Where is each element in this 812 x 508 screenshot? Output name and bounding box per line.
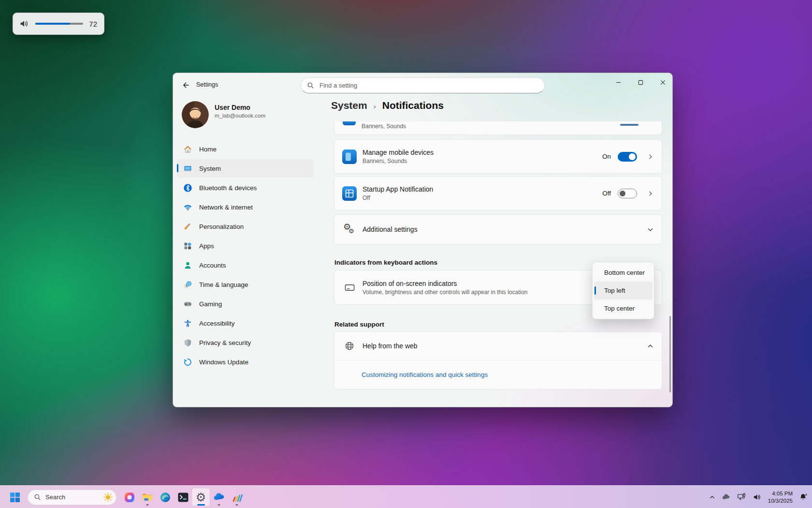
sidebar-item-accounts[interactable]: Accounts [177,256,314,274]
dropdown-option-bottom-center[interactable]: Bottom center [594,264,652,282]
sidebar-item-system[interactable]: System [177,159,314,178]
scrollbar-thumb[interactable] [669,316,671,392]
back-button[interactable] [182,81,190,90]
help-card: Help from the web Customizing notificati… [334,331,662,389]
taskbar-settings-button[interactable]: ⚙ [192,488,210,506]
running-indicator [146,504,148,506]
sidebar-item-label: Accounts [199,262,226,269]
network-icon [183,202,192,212]
back-arrow-icon [182,81,189,89]
volume-slider[interactable] [35,23,83,25]
position-indicator-icon [342,280,357,295]
terminal-icon [177,492,189,503]
dropdown-option-top-center[interactable]: Top center [594,299,652,317]
tray-cloud-icon[interactable] [722,493,731,502]
svg-text:z: z [805,493,807,496]
notification-bell-button[interactable]: z [799,493,808,502]
tray-volume-icon[interactable] [753,493,762,502]
taskbar-copilot-button[interactable] [120,488,138,506]
settings-window: Settings User Demo m_lab@outlook.com Hom… [173,73,673,407]
time-language-icon [183,280,192,289]
sidebar-item-home[interactable]: Home [177,140,314,158]
chevron-up-icon[interactable] [647,343,653,349]
accounts-icon [183,260,192,270]
sidebar-item-windows-update[interactable]: Windows Update [177,353,314,371]
breadcrumb-parent[interactable]: System [331,100,367,111]
volume-speaker-icon [19,18,29,29]
sun-emoji-icon [103,492,113,502]
sidebar-item-network-internet[interactable]: Network & internet [177,198,314,216]
toggle-knob [629,153,636,160]
sidebar-item-apps[interactable]: Apps [177,237,314,255]
additional-settings-row[interactable]: ⚙⚙ Additional settings [334,214,662,244]
taskbar-edge-button[interactable] [156,488,174,506]
edge-icon [160,492,171,503]
stripes-app-icon [231,492,243,503]
window-title: Settings [196,81,218,88]
ethernet-icon[interactable] [737,493,746,502]
position-dropdown-menu: Bottom center Top left Top center [592,262,654,319]
dropdown-option-top-left[interactable]: Top left [594,282,652,299]
breadcrumb-chevron-icon: › [374,102,376,110]
start-icon [10,492,20,503]
personalization-icon [183,222,192,231]
search-icon [34,493,41,501]
taskbar-pinned-apps: ⚙ [120,488,246,506]
sidebar-item-personalization[interactable]: Personalization [177,217,314,236]
taskbar-clock[interactable]: 4:05 PM 10/3/2025 [768,490,793,505]
sidebar-item-label: Privacy & security [199,339,251,346]
gaming-icon [183,299,192,309]
toggle-switch[interactable] [618,152,637,162]
sidebar-item-label: Accessibility [199,320,235,327]
running-indicator [197,504,205,506]
tray-icons [709,493,762,502]
taskbar-onedrive-button[interactable] [210,488,228,506]
clipped-toggle-switch[interactable] [620,124,638,126]
volume-slider-fill [35,23,70,25]
sidebar-item-label: Time & language [199,281,248,288]
manage-mobile-devices-row[interactable]: Manage mobile devices Banners, Sounds On [334,139,662,174]
home-icon [183,144,192,154]
sidebar-item-privacy-security[interactable]: Privacy & security [177,333,314,352]
copilot-icon [124,492,135,503]
dropdown-option-label: Top center [604,305,635,312]
help-from-web-row[interactable]: Help from the web [334,332,662,360]
taskbar-file-explorer-button[interactable] [138,488,156,506]
clipped-row-icon [343,121,356,125]
toggle-switch[interactable] [618,189,637,198]
sidebar-item-bluetooth-devices[interactable]: Bluetooth & devices [177,179,314,197]
page-title: Notifications [382,100,444,111]
avatar[interactable] [182,101,209,128]
row-subtitle: Volume, brightness and other controls wi… [362,289,528,296]
taskbar-colorful-stripes-app-button[interactable] [228,488,246,506]
dropdown-option-label: Top left [604,287,625,294]
sidebar-item-label: Bluetooth & devices [199,184,257,192]
help-link[interactable]: Customizing notifications and quick sett… [362,371,488,378]
chevron-down-icon[interactable] [647,226,653,233]
breadcrumb: System › Notifications [331,100,444,111]
sidebar-item-label: Windows Update [199,359,248,366]
toggle-state-label: Off [602,190,611,197]
row-subtitle: Off [362,194,433,201]
windows-update-icon [183,357,192,367]
taskbar-search-box[interactable]: Search [28,490,116,505]
sidebar-item-label: Apps [199,242,214,250]
user-name: User Demo [215,104,250,111]
row-subtitle: Banners, Sounds [362,158,434,164]
tray-chevron-up-icon[interactable] [709,494,715,500]
sidebar-item-gaming[interactable]: Gaming [177,295,314,313]
sidebar-item-label: Gaming [199,300,222,308]
taskbar-terminal-button[interactable] [174,488,192,506]
clipped-settings-row[interactable]: Banners, Sounds [334,121,662,135]
onedrive-icon [213,491,225,503]
selected-option-bar [594,286,596,295]
startup-app-notification-row[interactable]: Startup App Notification Off Off [334,176,662,210]
selected-indicator [177,164,178,172]
apps-icon [183,241,192,251]
tray-time: 4:05 PM [772,491,793,496]
sidebar-item-accessibility[interactable]: Accessibility [177,314,314,332]
sidebar-item-time-language[interactable]: Time & language [177,275,314,294]
system-tray: 4:05 PM 10/3/2025 z [709,486,808,508]
start-button[interactable] [6,488,24,506]
running-indicator [218,504,220,506]
